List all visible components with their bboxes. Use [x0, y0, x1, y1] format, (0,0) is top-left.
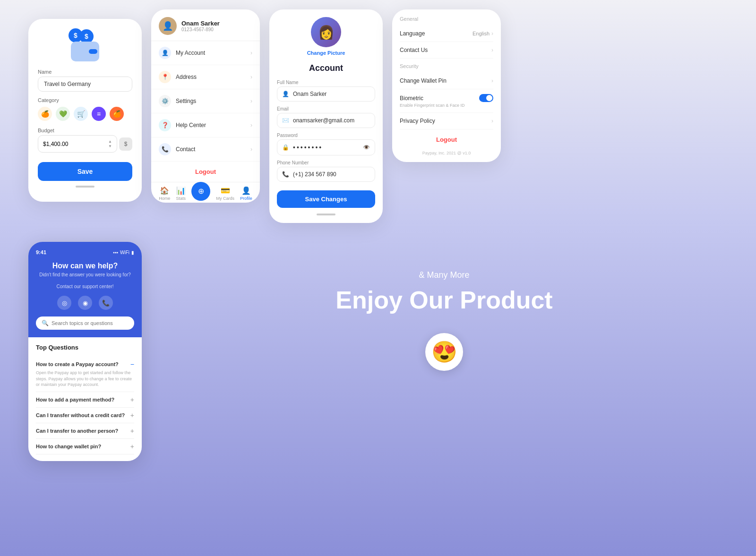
- nav-profile[interactable]: 👤 Profile: [240, 186, 252, 201]
- account-label: My Account: [176, 50, 205, 56]
- fullname-field[interactable]: 👤 Onam Sarker: [277, 86, 375, 102]
- profile-icon: 👤: [241, 186, 251, 195]
- menu-item-account[interactable]: 👤 My Account ›: [151, 41, 260, 65]
- faq-question-4[interactable]: Can I transfer to another person? +: [36, 427, 134, 435]
- faq-question-3[interactable]: Can I transfer without a credit card? +: [36, 411, 134, 419]
- phone-group: Phone Number 📞 (+1) 234 567 890: [277, 160, 375, 182]
- name-input[interactable]: [38, 77, 132, 92]
- stats-icon: 📊: [176, 186, 186, 195]
- password-field[interactable]: 🔒 •••••••• 👁️: [277, 139, 375, 155]
- change-picture-link[interactable]: Change Picture: [307, 50, 345, 56]
- menu-item-settings[interactable]: ⚙️ Settings ›: [151, 89, 260, 113]
- nav-home[interactable]: 🏠 Home: [159, 186, 170, 201]
- email-group: Email ✉️ onamsarker@gmail.com: [277, 106, 375, 128]
- budget-card: $ $ Name Category 🍊 💚 🛒 ≡ 🍊 Budget $1,40…: [28, 19, 142, 202]
- faq-item-2[interactable]: How to add a payment method? +: [36, 392, 134, 408]
- settings-logout-button[interactable]: Logout: [400, 129, 493, 146]
- account-chevron: ›: [250, 50, 252, 56]
- nav-center-button[interactable]: ⊕: [191, 182, 210, 201]
- budget-arrows[interactable]: ▲ ▼: [108, 139, 112, 148]
- search-input[interactable]: [52, 320, 129, 326]
- email-label: Email: [277, 106, 375, 111]
- wallet-illustration: $ $: [38, 28, 132, 61]
- settings-contact-us[interactable]: Contact Us ›: [400, 42, 493, 59]
- faq-item-5[interactable]: How to change wallet pin? +: [36, 439, 134, 454]
- name-label: Name: [38, 69, 132, 75]
- arrow-up[interactable]: ▲: [108, 139, 112, 144]
- phone-field[interactable]: 📞 (+1) 234 567 890: [277, 167, 375, 182]
- eye-icon[interactable]: 👁️: [363, 144, 370, 151]
- budget-value: $1,400.00: [43, 141, 68, 147]
- email-field[interactable]: ✉️ onamsarker@gmail.com: [277, 113, 375, 128]
- faq-q-text-1: How to create a Paypay account?: [36, 361, 127, 367]
- battery-icon: ▮: [131, 250, 134, 255]
- nav-cards-label: My Cards: [216, 196, 235, 201]
- profile-menu-card: 👤 Onam Sarker 0123-4567-890 👤 My Account…: [151, 9, 260, 203]
- faq-icon-3: +: [130, 411, 134, 419]
- help-chevron: ›: [250, 122, 252, 128]
- contact-us-label: Contact Us: [400, 47, 428, 53]
- contact-label: Contact: [176, 146, 195, 153]
- faq-item-4[interactable]: Can I transfer to another person? +: [36, 423, 134, 439]
- fullname-label: Full Name: [277, 80, 375, 85]
- address-label: Address: [176, 74, 197, 80]
- save-changes-button[interactable]: Save Changes: [277, 190, 375, 208]
- status-bar: 9:41 ▪▪▪ WiFi ▮: [36, 249, 134, 255]
- wallet-pin-chevron: ›: [491, 77, 493, 84]
- nav-home-label: Home: [159, 196, 170, 201]
- contact-whatsapp-icon[interactable]: ◎: [57, 296, 71, 310]
- save-button[interactable]: Save: [38, 162, 132, 181]
- lock-icon: 🔒: [282, 144, 289, 151]
- nav-cards[interactable]: 💳 My Cards: [216, 186, 235, 201]
- bottom-section: 9:41 ▪▪▪ WiFi ▮ How can we help? Didn't …: [0, 232, 756, 470]
- settings-wallet-pin[interactable]: Change Wallet Pin ›: [400, 73, 493, 89]
- user-field-icon: 👤: [282, 91, 289, 97]
- wallet-toggle: [89, 49, 97, 54]
- faq-question-5[interactable]: How to change wallet pin? +: [36, 443, 134, 450]
- faq-question-2[interactable]: How to add a payment method? +: [36, 396, 134, 403]
- many-more-text: & Many More: [419, 270, 469, 280]
- logout-button[interactable]: Logout: [151, 162, 260, 182]
- category-purple[interactable]: ≡: [92, 107, 106, 121]
- contact-icon: 📞: [159, 143, 171, 155]
- help-bottom: Top Questions How to create a Paypay acc…: [28, 337, 142, 461]
- settings-language[interactable]: Language English ›: [400, 26, 493, 42]
- help-search-bar[interactable]: 🔍: [36, 316, 134, 330]
- faq-q-text-3: Can I transfer without a credit card?: [36, 412, 127, 418]
- faq-question-1[interactable]: How to create a Paypay account? −: [36, 360, 134, 368]
- contact-chat-icon[interactable]: ◉: [78, 296, 92, 310]
- category-label: Category: [38, 97, 132, 103]
- home-indicator-3: [317, 214, 335, 215]
- help-label: Help Center: [176, 122, 206, 128]
- search-icon: 🔍: [42, 320, 49, 326]
- category-food[interactable]: 🍊: [38, 107, 52, 121]
- cards-icon: 💳: [221, 186, 230, 195]
- menu-item-contact[interactable]: 📞 Contact ›: [151, 137, 260, 162]
- settings-privacy[interactable]: Privacy Policy ›: [400, 113, 493, 129]
- faq-answer-1: Open the Paypay app to get started and f…: [36, 370, 134, 388]
- help-subtitle1: Didn't find the answer you were looking …: [36, 272, 134, 277]
- category-cart[interactable]: 🛒: [74, 107, 88, 121]
- faq-item-3[interactable]: Can I transfer without a credit card? +: [36, 408, 134, 423]
- help-card: 9:41 ▪▪▪ WiFi ▮ How can we help? Didn't …: [28, 242, 142, 461]
- language-label: Language: [400, 30, 425, 37]
- account-title: Account: [277, 63, 375, 73]
- category-green[interactable]: 💚: [56, 107, 70, 121]
- nav-stats[interactable]: 📊 Stats: [176, 186, 186, 201]
- biometric-toggle[interactable]: [479, 94, 493, 102]
- arrow-down[interactable]: ▼: [108, 144, 112, 148]
- wallet-pin-label: Change Wallet Pin: [400, 77, 447, 84]
- settings-footer: Paypay, Inc. 2021 @ v1.0: [400, 146, 493, 155]
- top-section: $ $ Name Category 🍊 💚 🛒 ≡ 🍊 Budget $1,40…: [0, 0, 756, 232]
- avatar: 👤: [159, 17, 177, 35]
- menu-item-help[interactable]: ❓ Help Center ›: [151, 113, 260, 137]
- contact-call-icon[interactable]: 📞: [99, 296, 113, 310]
- faq-item-1[interactable]: How to create a Paypay account? − Open t…: [36, 357, 134, 392]
- budget-field[interactable]: $1,400.00 ▲ ▼: [38, 135, 117, 153]
- budget-dollar-btn[interactable]: $: [119, 137, 132, 151]
- menu-item-address[interactable]: 📍 Address ›: [151, 65, 260, 89]
- password-group: Password 🔒 •••••••• 👁️: [277, 133, 375, 155]
- faq-q-text-5: How to change wallet pin?: [36, 444, 127, 449]
- email-value: onamsarker@gmail.com: [293, 117, 370, 124]
- category-orange[interactable]: 🍊: [110, 107, 124, 121]
